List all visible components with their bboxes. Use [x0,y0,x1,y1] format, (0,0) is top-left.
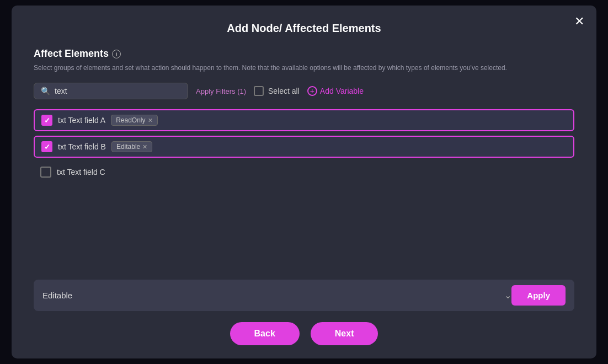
add-variable-button[interactable]: + Add Variable [307,86,364,96]
tag-b-label: Editable [116,143,140,151]
search-input[interactable] [55,87,181,95]
tag-a-label: ReadOnly [116,116,145,124]
tag-a: ReadOnly ✕ [111,115,157,126]
modal-overlay: ✕ Add Node/ Affected Elements Affect Ele… [0,0,608,364]
select-all-label: Select all [268,87,300,95]
info-icon: i [112,50,121,58]
section-description: Select groups of elements and set what a… [34,63,574,73]
footer-buttons: Back Next [34,322,574,345]
filter-row: 🔍 Apply Filters (1) Select all + Add Var… [34,83,574,99]
section-title-text: Affect Elements [34,48,109,60]
select-all-checkbox[interactable] [254,86,264,96]
tag-a-remove[interactable]: ✕ [148,117,153,124]
apply-button[interactable]: Apply [511,285,566,306]
close-button[interactable]: ✕ [574,15,584,28]
next-button[interactable]: Next [311,322,378,345]
element-item-b: txt Text field B Editable ✕ [34,136,574,158]
checkbox-b[interactable] [41,141,52,152]
section-title: Affect Elements i [34,48,574,60]
modal-title: Add Node/ Affected Elements [227,22,381,34]
modal-container: ✕ Add Node/ Affected Elements Affect Ele… [12,6,596,358]
add-variable-label: Add Variable [320,87,364,95]
element-name-c: txt Text field C [57,168,105,176]
apply-filters-button[interactable]: Apply Filters (1) [196,87,246,95]
element-item-c: txt Text field C [34,162,574,182]
elements-list: txt Text field A ReadOnly ✕ txt Text fie… [34,109,574,190]
element-item-a: txt Text field A ReadOnly ✕ [34,109,574,131]
back-button[interactable]: Back [230,322,300,345]
chevron-down-icon: ⌄ [504,290,511,301]
search-icon: 🔍 [41,87,50,95]
tag-b-remove[interactable]: ✕ [142,143,147,151]
select-all-container[interactable]: Select all [254,86,300,96]
dropdown-wrapper: Editable ReadOnly Hidden Disabled ⌄ [42,290,511,301]
checkbox-c[interactable] [40,167,51,178]
checkbox-a[interactable] [41,115,52,126]
element-name-b: txt Text field B [58,142,106,151]
tag-b: Editable ✕ [111,141,152,152]
bottom-bar: Editable ReadOnly Hidden Disabled ⌄ Appl… [34,280,574,311]
element-name-a: txt Text field A [58,116,105,125]
modal-header: Add Node/ Affected Elements [34,22,574,35]
plus-circle-icon: + [307,86,317,96]
action-dropdown[interactable]: Editable ReadOnly Hidden Disabled [42,291,500,300]
search-box: 🔍 [34,83,188,99]
